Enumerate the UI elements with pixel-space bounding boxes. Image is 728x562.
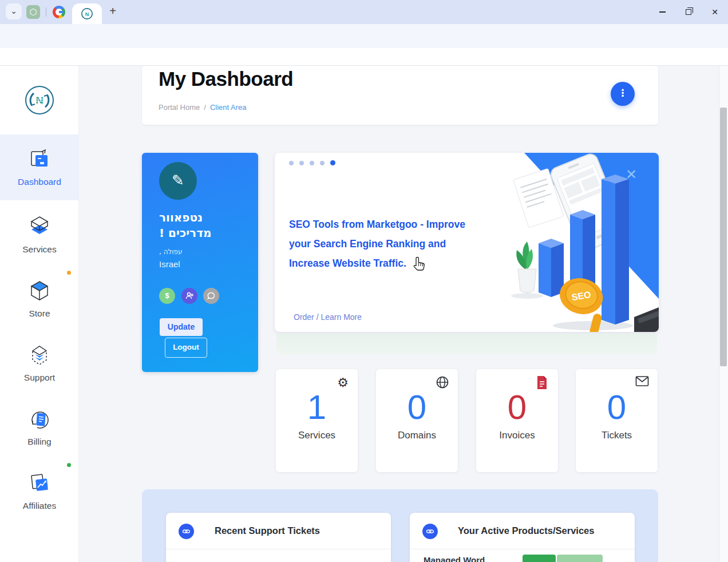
- new-tab-button[interactable]: +: [105, 5, 120, 18]
- breadcrumb-home[interactable]: Portal Home: [159, 103, 200, 112]
- link-icon: [422, 524, 438, 539]
- stat-card-tickets[interactable]: 0 Tickets: [576, 369, 658, 472]
- add-contact-button[interactable]: [181, 288, 197, 304]
- stat-card-domains[interactable]: 0 Domains: [376, 369, 458, 472]
- domains-count: 0: [376, 390, 458, 425]
- tickets-label: Tickets: [576, 430, 658, 441]
- active-tab[interactable]: N: [72, 3, 102, 24]
- services-count: 1: [276, 390, 358, 425]
- envelope-icon: [635, 375, 650, 390]
- services-label: Services: [276, 430, 358, 441]
- hand-cursor: [411, 255, 426, 272]
- profile-card: ✎ נטפאוור מדריכים ! עפולה , Israel $ Upd…: [142, 153, 258, 372]
- page-title: My Dashboard: [159, 68, 293, 90]
- breadcrumb: Portal Home / Client Area: [159, 103, 246, 112]
- bottom-panel: Recent Support Tickets Your Active Produ…: [142, 489, 658, 562]
- stat-card-invoices[interactable]: 0 Invoices: [476, 369, 558, 472]
- service-action-button-secondary[interactable]: [557, 555, 603, 562]
- browser-tab-strip: ⌄ ⬡ N + ✕: [0, 0, 728, 24]
- client-area-page: N Dashboard: [0, 66, 728, 562]
- sidebar: N Dashboard: [0, 66, 79, 562]
- sidebar-label: Support: [0, 373, 79, 383]
- dollar-icon: $: [165, 291, 169, 300]
- carousel-dot-3[interactable]: [310, 161, 314, 165]
- client-city: עפולה ,: [159, 248, 183, 256]
- sidebar-label: Affiliates: [0, 501, 79, 511]
- client-name: נטפאוור מדריכים !: [159, 210, 223, 241]
- carousel-dot-2[interactable]: [299, 161, 304, 165]
- support-icon: [27, 344, 52, 367]
- link-icon: [179, 524, 194, 539]
- profile-avatar-edit[interactable]: ✎: [159, 162, 197, 200]
- dashboard-icon: [27, 148, 52, 171]
- service-action-button-primary[interactable]: [523, 555, 556, 562]
- carousel-dot-4[interactable]: [320, 161, 325, 165]
- tab-separator: [46, 7, 46, 17]
- store-badge: [67, 271, 71, 275]
- restore-icon: [686, 9, 691, 15]
- promo-carousel-card: SEO SEO Tools from Marketgoo - Improve y…: [275, 153, 659, 332]
- sidebar-item-services[interactable]: Services: [0, 202, 79, 266]
- breadcrumb-current: Client Area: [210, 103, 247, 112]
- service-row-name[interactable]: Managed Word: [424, 555, 485, 562]
- active-products-header: Your Active Products/Services: [410, 513, 635, 549]
- header-actions-button[interactable]: ⋮: [611, 82, 635, 106]
- domains-label: Domains: [376, 430, 458, 441]
- active-products-card: Your Active Products/Services Managed Wo…: [410, 513, 635, 562]
- recent-tickets-card: Recent Support Tickets: [166, 513, 391, 562]
- browser-toolbar: ← → ↻ myai.netpower.co.il/clientarea.php…: [0, 24, 728, 48]
- globe-icon: [436, 375, 450, 390]
- update-button[interactable]: Update: [160, 318, 203, 336]
- pinned-tab-google[interactable]: [53, 6, 65, 18]
- invoices-count: 0: [476, 390, 558, 425]
- pinned-tab-chatgpt[interactable]: ⬡: [26, 5, 40, 19]
- sidebar-label: Store: [0, 308, 79, 319]
- bookmarks-bar: S Skype ⬡ ChatGPT All Bookmarks: [0, 48, 728, 66]
- sidebar-item-support[interactable]: Support: [0, 330, 79, 394]
- person-plus-icon: [185, 291, 194, 300]
- affiliates-badge: [67, 463, 71, 467]
- promo-headline[interactable]: SEO Tools from Marketgoo - Improve your …: [289, 215, 473, 273]
- promo-order-link[interactable]: Order / Learn More: [294, 312, 362, 322]
- minimize-icon: [659, 11, 666, 13]
- promo-close-icon[interactable]: ✕: [626, 167, 637, 183]
- sidebar-label: Services: [0, 244, 79, 255]
- netpower-logo[interactable]: N: [23, 84, 56, 116]
- netpower-favicon: N: [81, 7, 93, 20]
- sidebar-item-store[interactable]: Store: [0, 266, 79, 330]
- recent-tickets-title: Recent Support Tickets: [215, 525, 320, 536]
- sidebar-item-billing[interactable]: Billing: [0, 394, 79, 458]
- carousel-dots[interactable]: [289, 160, 335, 165]
- carousel-next-card-peek: [276, 334, 657, 355]
- tickets-count: 0: [576, 390, 658, 425]
- invoice-icon: [536, 375, 551, 390]
- tab-search-button[interactable]: ⌄: [6, 3, 22, 19]
- sidebar-item-affiliates[interactable]: Affiliates: [0, 458, 79, 523]
- billing-icon: [27, 408, 52, 431]
- active-products-title: Your Active Products/Services: [458, 525, 594, 536]
- invoices-label: Invoices: [476, 430, 558, 441]
- page-header: My Dashboard Portal Home / Client Area ⋮: [142, 66, 658, 125]
- svg-text:N: N: [85, 11, 89, 17]
- sidebar-label: Billing: [0, 437, 79, 447]
- carousel-dot-5-active[interactable]: [330, 160, 335, 165]
- carousel-dot-1[interactable]: [289, 161, 294, 165]
- logout-button[interactable]: Logout: [165, 338, 207, 358]
- sidebar-label: Dashboard: [0, 177, 79, 187]
- billing-shortcut-button[interactable]: $: [159, 288, 175, 304]
- sidebar-item-dashboard[interactable]: Dashboard: [0, 134, 79, 200]
- scrollbar-thumb[interactable]: [720, 108, 727, 366]
- pen-icon: ✎: [172, 172, 184, 189]
- maximize-button[interactable]: [675, 0, 702, 24]
- affiliates-icon: [27, 472, 52, 495]
- chat-button[interactable]: [203, 288, 219, 304]
- gear-icon: ⚙: [335, 375, 350, 390]
- minimize-button[interactable]: [649, 0, 675, 24]
- svg-text:N: N: [35, 94, 43, 106]
- chat-bubble-icon: [207, 291, 216, 300]
- client-country: Israel: [159, 259, 180, 269]
- store-icon: [27, 280, 52, 303]
- stat-card-services[interactable]: ⚙ 1 Services: [276, 369, 358, 472]
- close-button[interactable]: ✕: [702, 0, 728, 24]
- services-icon: [27, 216, 52, 239]
